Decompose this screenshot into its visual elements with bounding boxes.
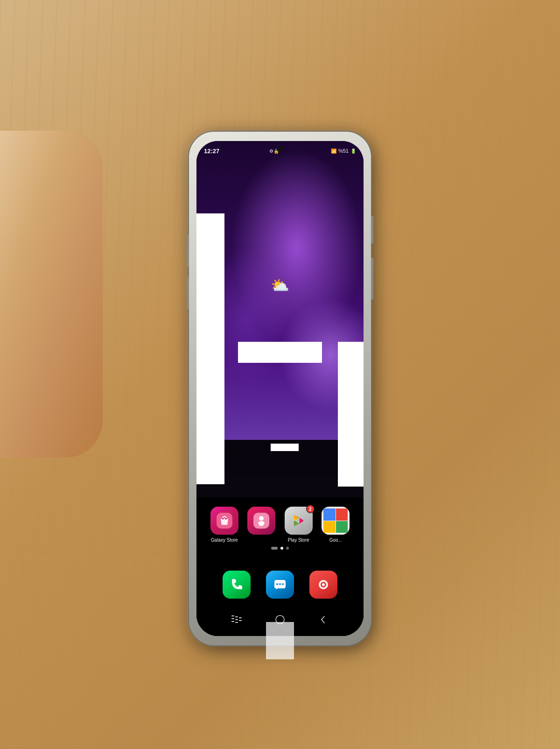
dock-screen-recorder[interactable]: [309, 571, 337, 599]
power-button[interactable]: [371, 216, 373, 244]
bixby-icon: [247, 507, 275, 535]
home-button[interactable]: [271, 613, 289, 627]
bixby-icon-wrap: [247, 507, 275, 535]
dock-phone[interactable]: [223, 571, 251, 599]
svg-rect-17: [235, 622, 238, 623]
battery-level: %51: [338, 148, 349, 154]
redacted-bixby-label: [271, 444, 299, 451]
app-play-store[interactable]: 2 Play Store: [285, 507, 313, 543]
page-indicator-3: [286, 547, 289, 550]
galaxy-store-label: Galaxy Store: [211, 537, 238, 543]
svg-point-11: [322, 583, 325, 586]
svg-point-4: [259, 516, 264, 521]
page-indicator-2: [280, 547, 283, 550]
weather-widget[interactable]: ⛅: [271, 276, 289, 296]
dock-messages[interactable]: [266, 571, 294, 599]
screen-recorder-icon: [309, 571, 337, 599]
page-indicators: [196, 547, 364, 550]
svg-point-1: [222, 518, 224, 520]
svg-rect-16: [235, 619, 238, 620]
google-o2: [323, 521, 336, 533]
google-o1: [336, 509, 348, 521]
hand: [0, 131, 103, 458]
svg-rect-18: [239, 617, 242, 618]
google-maps-icon: [322, 507, 350, 535]
google-label: Goo...: [329, 537, 342, 543]
volume-down-button[interactable]: [187, 276, 189, 309]
app-bixby[interactable]: Bixby: [247, 507, 275, 543]
galaxy-store-icon-wrap: [210, 507, 238, 535]
redacted-right: [338, 342, 364, 487]
google-icon-wrap: [322, 507, 350, 535]
home-screen: 12:27 ⚙🔒• 📶 %51 🔋 ⛅: [196, 141, 364, 636]
volume-up-button[interactable]: [187, 234, 189, 267]
svg-rect-13: [231, 618, 234, 619]
front-camera: [277, 146, 283, 152]
svg-point-8: [282, 583, 284, 585]
page-indicator-1: [271, 547, 278, 550]
google-grid: [322, 507, 350, 535]
battery-icon: 🔋: [350, 148, 356, 154]
screen-bezel: 12:27 ⚙🔒• 📶 %51 🔋 ⛅: [196, 141, 364, 636]
signal-icon: 📶: [331, 148, 336, 154]
svg-point-7: [279, 583, 281, 585]
recent-apps-button[interactable]: [227, 613, 246, 627]
app-galaxy-store[interactable]: Galaxy Store: [210, 507, 238, 543]
svg-rect-14: [231, 621, 234, 622]
messages-app-icon: [266, 571, 294, 599]
svg-rect-15: [235, 616, 238, 617]
phone-app-icon: [223, 571, 251, 599]
svg-point-2: [225, 518, 227, 520]
svg-point-6: [276, 583, 278, 585]
phone-device: 12:27 ⚙🔒• 📶 %51 🔋 ⛅: [189, 132, 371, 645]
app-grid: Galaxy Store: [196, 507, 364, 543]
redacted-left: [196, 213, 224, 484]
galaxy-store-icon: [210, 507, 238, 535]
play-store-icon-wrap: 2: [285, 507, 313, 535]
google-gle: [336, 521, 348, 533]
play-store-label: Play Store: [288, 537, 309, 543]
svg-rect-12: [231, 615, 234, 616]
signal-battery: 📶 %51 🔋: [331, 148, 356, 154]
status-time: 12:27: [204, 148, 219, 155]
app-google[interactable]: Goo...: [322, 507, 350, 543]
redacted-center: [238, 342, 322, 363]
tape-sticker: [266, 622, 294, 659]
back-button[interactable]: [314, 613, 333, 627]
google-g: [323, 509, 336, 521]
play-store-badge: 2: [306, 505, 315, 513]
svg-rect-20: [276, 615, 284, 624]
navigation-bar: [196, 613, 364, 627]
bixby-button[interactable]: [371, 258, 373, 300]
svg-rect-19: [239, 620, 242, 621]
dock: [196, 571, 364, 599]
weather-icon: ⛅: [271, 276, 289, 294]
